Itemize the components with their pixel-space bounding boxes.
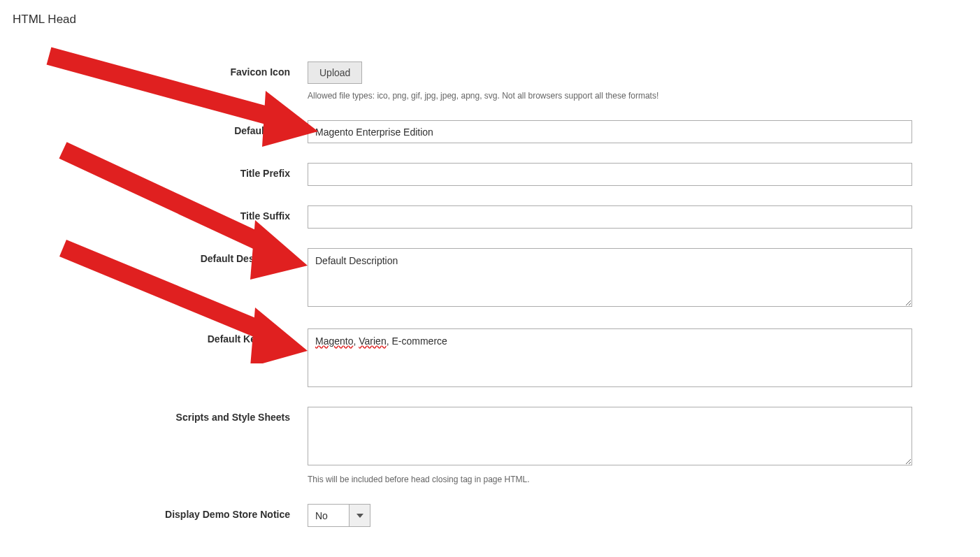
field-favicon-icon: Favicon Icon Upload Allowed file types: … [0,62,980,101]
chevron-down-icon [349,505,370,526]
select-demo-store-notice[interactable]: No [308,504,370,527]
label-default-description: Default Description [0,248,308,264]
form-html-head: Favicon Icon Upload Allowed file types: … [0,27,980,527]
label-favicon-icon: Favicon Icon [0,62,308,78]
favicon-note: Allowed file types: ico, png, gif, jpg, … [308,91,912,101]
textarea-scripts-stylesheets[interactable] [308,407,912,465]
field-demo-store-notice: Display Demo Store Notice No [0,504,980,527]
keyword-varien: Varien [359,335,386,347]
textarea-default-description[interactable] [308,248,912,307]
upload-button[interactable]: Upload [308,62,362,84]
field-default-title: Default Title [0,120,980,143]
field-scripts-stylesheets: Scripts and Style Sheets This will be in… [0,407,980,484]
scripts-note: This will be included before head closin… [308,475,912,484]
label-title-suffix: Title Suffix [0,205,308,222]
label-default-keywords: Default Keywords [0,328,308,345]
svg-marker-0 [356,514,363,518]
field-default-description: Default Description [0,248,980,309]
label-title-prefix: Title Prefix [0,163,308,179]
field-default-keywords: Default Keywords Magento, Varien, E-comm… [0,328,980,387]
input-title-prefix[interactable] [308,163,912,186]
select-demo-store-value: No [308,505,349,526]
input-title-suffix[interactable] [308,205,912,229]
label-default-title: Default Title [0,120,308,136]
keyword-magento: Magento [315,335,353,347]
field-title-prefix: Title Prefix [0,163,980,186]
textarea-default-keywords[interactable]: Magento, Varien, E-commerce [308,328,912,387]
input-default-title[interactable] [308,120,912,143]
section-title: HTML Head [0,0,980,27]
field-title-suffix: Title Suffix [0,205,980,229]
label-scripts-stylesheets: Scripts and Style Sheets [0,407,308,423]
label-demo-store-notice: Display Demo Store Notice [0,504,308,520]
